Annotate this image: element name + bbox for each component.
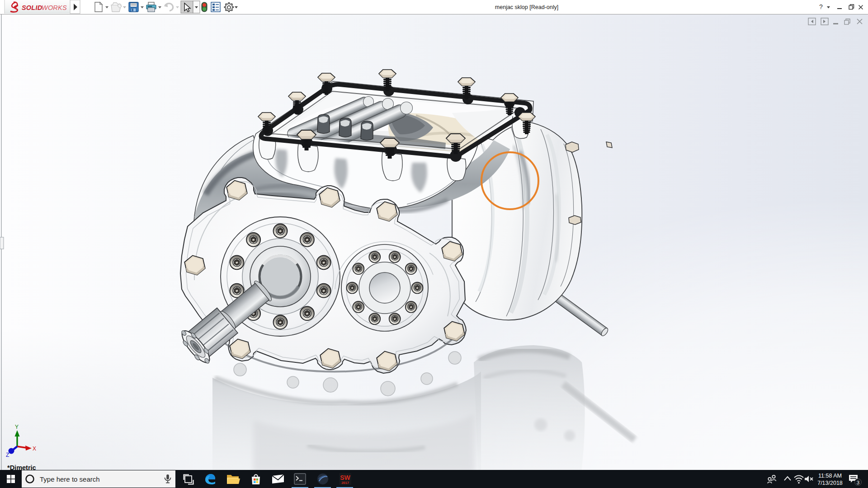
svg-text:X: X bbox=[33, 446, 36, 452]
svg-text:Z: Z bbox=[6, 452, 9, 458]
svg-text:?: ? bbox=[819, 3, 823, 10]
svg-text:menjac sklop [Read-only]: menjac sklop [Read-only] bbox=[495, 4, 558, 10]
svg-text:SOLID: SOLID bbox=[22, 4, 42, 11]
svg-text:WORKS: WORKS bbox=[42, 4, 67, 11]
svg-text:Y: Y bbox=[15, 424, 19, 430]
